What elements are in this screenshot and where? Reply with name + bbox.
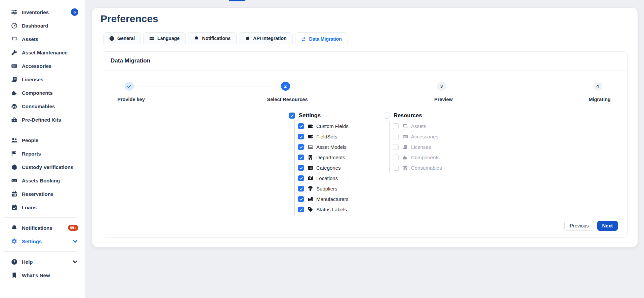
sliders-icon [11, 9, 17, 15]
checkbox-custom-fields[interactable] [298, 123, 304, 129]
sidebar-item-licenses[interactable]: Licenses [0, 73, 85, 86]
sidebar-item-label: Dashboard [22, 23, 48, 29]
layers-icon [11, 103, 17, 110]
sidebar-item-label: Help [22, 259, 33, 265]
step-1-indicator [125, 82, 134, 91]
puzzle-icon [11, 90, 17, 96]
flag-icon [11, 151, 17, 157]
sidebar-item-label: Settings [22, 239, 42, 244]
sidebar-item-people[interactable]: People [0, 133, 85, 147]
top-progress-indicator [229, 0, 245, 1]
preferences-tabs: GeneralAaLanguageNotificationsAPI Integr… [103, 32, 350, 46]
chevron-down-icon [72, 238, 78, 245]
sidebar-item-label: Loans [22, 205, 37, 210]
sidebar-item-assets[interactable]: Assets [0, 32, 85, 46]
tab-notifications[interactable]: Notifications [188, 32, 237, 44]
checkbox-resources[interactable] [384, 113, 390, 119]
step-connector-2 [293, 86, 434, 86]
checkbox-consumables[interactable] [393, 165, 399, 171]
keyboard-icon [11, 63, 17, 69]
sidebar-item-label: Components [22, 90, 53, 96]
checkbox-categories[interactable] [298, 165, 304, 171]
tree-item-categories: Categories [298, 163, 349, 173]
tree-item-asset-models: Asset Models [298, 142, 349, 152]
checkbox-components[interactable] [393, 155, 399, 160]
gauge-icon [11, 23, 17, 29]
sidebar-item-inventories[interactable]: Inventories6 [0, 5, 85, 19]
checkbox-status-labels[interactable] [298, 207, 304, 212]
nav-item-right: 6 [71, 8, 78, 16]
sidebar-item-components[interactable]: Components [0, 86, 85, 99]
sidebar-item-assets-booking[interactable]: Assets Booking [0, 174, 85, 187]
sidebar-item-accessories[interactable]: Accessories [0, 59, 85, 73]
tree-item-status-labels: Status Labels [298, 204, 349, 215]
tree-children-resources: AssetsAccessoriesLicensesComponentsConsu… [389, 121, 442, 173]
step-connector-3 [449, 86, 590, 86]
tab-api-integration[interactable]: API Integration [239, 32, 293, 44]
nav-item-right: 99+ [68, 225, 78, 231]
wizard-buttons: Previous Next [564, 221, 618, 231]
wallet-icon [308, 134, 313, 139]
sidebar-item-reservations[interactable]: Reservations [0, 187, 85, 201]
sidebar-item-notifications[interactable]: Notifications99+ [0, 221, 85, 235]
tree-settings: SettingsCustom FieldsFieldSetsAsset Mode… [289, 112, 349, 215]
step-2-indicator: 2 [281, 82, 290, 91]
translate-icon: Aa [149, 36, 154, 41]
sidebar-item-help[interactable]: ?Help [0, 255, 85, 268]
tree-item-accessories: Accessories [393, 131, 442, 142]
sidebar-item-custody-verifications[interactable]: Custody Verifications [0, 160, 85, 174]
sidebar-item-settings[interactable]: Settings [0, 235, 85, 248]
laptop-icon [402, 123, 408, 129]
sidebar-item-label: Pre-Defined Kits [22, 117, 61, 123]
next-button[interactable]: Next [597, 221, 618, 231]
tab-general[interactable]: General [103, 32, 141, 44]
sidebar-item-label: Accessories [22, 63, 51, 69]
checkbox-locations[interactable] [298, 175, 304, 181]
checkbox-manufacturers[interactable] [298, 196, 304, 202]
sidebar-item-label: Licenses [22, 77, 43, 82]
checkbox-suppliers[interactable] [298, 186, 304, 191]
step-connector-1 [136, 86, 278, 86]
parachute-icon [308, 186, 313, 191]
panel-heading: Data Migration [111, 57, 150, 64]
sidebar-item-pre-defined-kits[interactable]: Pre-Defined Kits [0, 113, 85, 126]
tab-data-migration[interactable]: Data Migration [295, 32, 348, 46]
sidebar-item-asset-maintenance[interactable]: Asset Maintenance [0, 46, 85, 59]
layers-icon [402, 165, 408, 171]
sidebar-item-label: Assets [22, 36, 38, 42]
apple-icon [245, 36, 250, 41]
checkbox-assets[interactable] [393, 123, 399, 129]
tree-item-label: Licenses [411, 144, 431, 150]
checkbox-fieldsets[interactable] [298, 134, 304, 139]
sidebar-item-reports[interactable]: Reports [0, 147, 85, 160]
checkbox-accessories[interactable] [393, 134, 399, 139]
sidebar-item-consumables[interactable]: Consumables [0, 99, 85, 113]
tab-label: API Integration [253, 36, 287, 41]
tree-item-label: FieldSets [316, 134, 337, 139]
tree-item-licenses: Licenses [393, 142, 442, 152]
tree-item-label: Consumables [411, 165, 442, 171]
checkbox-settings[interactable] [289, 113, 295, 119]
tab-label: Data Migration [309, 36, 342, 42]
sidebar-item-what-s-new[interactable]: What's New [0, 268, 85, 282]
seal-icon [11, 164, 17, 170]
checkbox-licenses[interactable] [393, 144, 399, 150]
sidebar-item-label: Asset Maintenance [22, 50, 68, 55]
tag-icon [308, 207, 313, 212]
tree-parent-label: Resources [394, 112, 422, 119]
previous-button[interactable]: Previous [564, 221, 594, 231]
tree-item-label: Accessories [411, 134, 438, 139]
tab-language[interactable]: AaLanguage [143, 32, 186, 44]
puzzle-icon [402, 155, 408, 160]
keyboard-icon [402, 134, 408, 139]
sidebar-item-loans[interactable]: Loans [0, 201, 85, 214]
checkbox-asset-models[interactable] [298, 144, 304, 150]
tree-children-settings: Custom FieldsFieldSetsAsset ModelsDepart… [294, 121, 349, 215]
step-2-label: Select Resources [267, 97, 308, 102]
license-icon [11, 76, 17, 83]
calendar-check-icon [11, 204, 17, 211]
tree-item-departments: Departments [298, 152, 349, 163]
sidebar-item-dashboard[interactable]: Dashboard [0, 19, 85, 32]
nav-item-right [72, 259, 78, 265]
checkbox-departments[interactable] [298, 155, 304, 160]
